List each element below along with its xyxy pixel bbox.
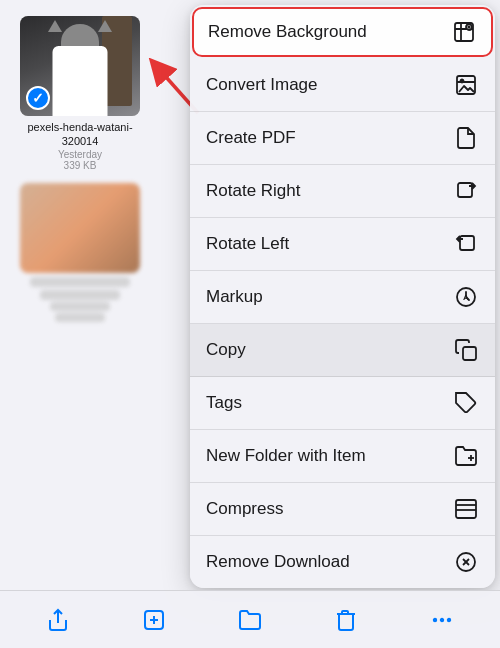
add-button[interactable] <box>132 598 176 642</box>
file-size: 339 KB <box>64 160 97 171</box>
file-thumbnail: ✓ <box>20 16 140 116</box>
selection-checkmark: ✓ <box>26 86 50 110</box>
svg-text:A: A <box>463 293 469 302</box>
photo-remove-icon <box>451 19 477 45</box>
menu-item-compress[interactable]: Compress <box>190 483 495 536</box>
file-item-2 <box>10 183 150 322</box>
menu-item-new-folder[interactable]: New Folder with Item <box>190 430 495 483</box>
file-date: Yesterday <box>58 149 102 160</box>
menu-item-markup[interactable]: Markup A <box>190 271 495 324</box>
copy-icon <box>453 337 479 363</box>
markup-icon: A <box>453 284 479 310</box>
menu-item-rotate-left[interactable]: Rotate Left <box>190 218 495 271</box>
svg-point-26 <box>434 618 436 620</box>
new-folder-icon <box>453 443 479 469</box>
rotate-right-icon <box>453 178 479 204</box>
menu-item-tags[interactable]: Tags <box>190 377 495 430</box>
share-button[interactable] <box>36 598 80 642</box>
svg-rect-12 <box>463 347 476 360</box>
rotate-left-icon <box>453 231 479 257</box>
file-item-selected[interactable]: ✓ pexels-henda-watani-320014 Yesterday 3… <box>10 16 150 171</box>
bottom-toolbar <box>0 590 500 648</box>
xmark-circle-icon <box>453 549 479 575</box>
folder-button[interactable] <box>228 598 272 642</box>
file-list: ✓ pexels-henda-watani-320014 Yesterday 3… <box>0 0 185 590</box>
menu-item-copy[interactable]: Copy <box>190 324 495 377</box>
photo-convert-icon <box>453 72 479 98</box>
menu-item-convert-image[interactable]: Convert Image <box>190 59 495 112</box>
svg-point-7 <box>461 80 464 83</box>
doc-icon <box>453 125 479 151</box>
file-name: pexels-henda-watani-320014 <box>10 120 150 149</box>
menu-item-remove-background[interactable]: Remove Background <box>192 7 493 57</box>
menu-item-remove-download[interactable]: Remove Download <box>190 536 495 588</box>
svg-point-28 <box>448 618 450 620</box>
svg-point-27 <box>441 618 443 620</box>
context-menu: Remove Background Convert Image Create P… <box>190 5 495 588</box>
trash-button[interactable] <box>324 598 368 642</box>
svg-rect-16 <box>456 500 476 518</box>
tag-icon <box>453 390 479 416</box>
compress-icon <box>453 496 479 522</box>
menu-item-create-pdf[interactable]: Create PDF <box>190 112 495 165</box>
menu-item-rotate-right[interactable]: Rotate Right <box>190 165 495 218</box>
more-button[interactable] <box>420 598 464 642</box>
